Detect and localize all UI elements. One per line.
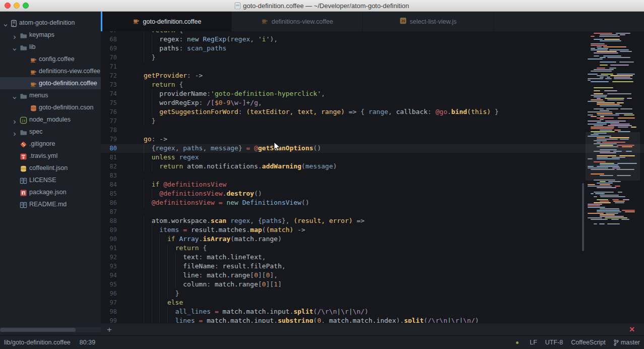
code-line-67[interactable]: 67 return {: [101, 31, 644, 35]
code-line-71[interactable]: 71: [101, 62, 644, 71]
line-number[interactable]: 75: [101, 98, 117, 107]
line-number[interactable]: 73: [101, 80, 117, 89]
chevron-down-icon[interactable]: [12, 92, 18, 98]
code-line-77[interactable]: 77 }: [101, 117, 644, 126]
line-number[interactable]: 94: [101, 271, 117, 280]
line-number[interactable]: 95: [101, 280, 117, 289]
line-number[interactable]: 70: [101, 53, 117, 62]
code-line-79[interactable]: 79go: ->: [101, 135, 644, 144]
line-number[interactable]: 82: [101, 162, 117, 171]
tree-item-license[interactable]: LICENSE: [0, 174, 101, 186]
code-line-74[interactable]: 74 providerName:'goto-definition-hypercl…: [101, 89, 644, 98]
chevron-right-icon[interactable]: [12, 32, 18, 38]
tab-definitions-view-coffee[interactable]: definitions-view.coffee: [232, 12, 363, 31]
code-line-85[interactable]: 85 @definitionsView.destroy(): [101, 189, 644, 198]
code-line-72[interactable]: 72getProvider: ->: [101, 71, 644, 80]
line-number[interactable]: 80: [101, 144, 117, 153]
line-number[interactable]: 71: [101, 62, 117, 71]
tab-select-list-view-js[interactable]: JSselect-list-view.js: [363, 12, 494, 31]
line-number[interactable]: 98: [101, 307, 117, 316]
line-number[interactable]: 72: [101, 71, 117, 80]
tree-item-node-modules[interactable]: jsnode_modules: [0, 113, 101, 126]
tree-item-coffeelint-json[interactable]: coffeelint.json: [0, 162, 101, 174]
line-number[interactable]: 89: [101, 225, 117, 235]
code-line-82[interactable]: 82 return atom.notifications.addWarning(…: [101, 162, 644, 171]
line-number[interactable]: 84: [101, 180, 117, 189]
code-line-98[interactable]: 98 all_lines = match.match.input.split(/…: [101, 307, 644, 316]
code-line-70[interactable]: 70 }: [101, 53, 644, 62]
code-line-97[interactable]: 97 else: [101, 298, 644, 307]
tree-item-package-json[interactable]: package.json: [0, 186, 101, 198]
line-number[interactable]: 68: [101, 35, 117, 44]
line-number[interactable]: 99: [101, 316, 117, 323]
code-line-90[interactable]: 90 if Array.isArray(match.range): [101, 235, 644, 244]
line-number[interactable]: 69: [101, 44, 117, 53]
line-number[interactable]: 88: [101, 216, 117, 225]
line-number[interactable]: 78: [101, 126, 117, 135]
line-number[interactable]: 90: [101, 235, 117, 244]
tab-goto-definition-coffee[interactable]: goto-definition.coffee: [101, 12, 232, 31]
code-line-84[interactable]: 84 if @definitionsView: [101, 180, 644, 189]
tree-item-config-coffee[interactable]: config.coffee: [0, 53, 101, 65]
line-number[interactable]: 81: [101, 153, 117, 162]
close-icon[interactable]: ✕: [629, 325, 635, 334]
code-line-94[interactable]: 94 line: match.range[0][0],: [101, 271, 644, 280]
code-line-83[interactable]: 83: [101, 171, 644, 180]
encoding-selector[interactable]: UTF-8: [545, 339, 563, 346]
line-number[interactable]: 86: [101, 198, 117, 207]
line-number[interactable]: 97: [101, 298, 117, 307]
code-line-86[interactable]: 86 @definitionsView = new DefinitionsVie…: [101, 198, 644, 207]
tree-item-readme-md[interactable]: README.md: [0, 198, 101, 210]
code-line-87[interactable]: 87: [101, 207, 644, 216]
tree-item-lib[interactable]: lib: [0, 41, 101, 53]
line-number[interactable]: 92: [101, 253, 117, 262]
line-number[interactable]: 79: [101, 135, 117, 144]
tree-item-atom-goto-definition[interactable]: atom-goto-definition: [0, 17, 101, 29]
minimap[interactable]: [586, 31, 640, 323]
tree-item-menus[interactable]: menus: [0, 89, 101, 101]
line-ending-selector[interactable]: LF: [530, 339, 537, 346]
line-number[interactable]: 83: [101, 171, 117, 180]
line-number[interactable]: 87: [101, 207, 117, 216]
tree-item--travis-yml[interactable]: .travis.yml: [0, 150, 101, 162]
tree-horizontal-scrollbar[interactable]: [0, 327, 101, 332]
tree-item-keymaps[interactable]: keymaps: [0, 29, 101, 41]
line-number[interactable]: 76: [101, 107, 117, 117]
code-line-89[interactable]: 89 items = result.matches.map((match) ->: [101, 225, 644, 235]
code-line-81[interactable]: 81 unless regex: [101, 153, 644, 162]
line-number[interactable]: 85: [101, 189, 117, 198]
line-number[interactable]: 74: [101, 89, 117, 98]
code-line-75[interactable]: 75 wordRegExp: /[$0-9\w-]+/g,: [101, 98, 644, 107]
code-line-68[interactable]: 68 regex: new RegExp(regex, 'i'),: [101, 35, 644, 44]
chevron-right-icon[interactable]: [12, 117, 18, 123]
chevron-down-icon[interactable]: [3, 20, 9, 26]
editor-vertical-scrollbar[interactable]: [582, 183, 584, 251]
cursor-position[interactable]: 80:39: [80, 339, 95, 346]
git-branch[interactable]: master: [614, 339, 640, 346]
line-number[interactable]: 96: [101, 289, 117, 298]
tree-item--gitignore[interactable]: .gitignore: [0, 138, 101, 150]
tree-item-goto-definition-cson[interactable]: goto-definition.cson: [0, 101, 101, 113]
tree-item-goto-definition-coffee[interactable]: goto-definition.coffee: [0, 77, 101, 89]
grammar-selector[interactable]: CoffeeScript: [571, 339, 606, 346]
code-line-78[interactable]: 78: [101, 126, 644, 135]
tree-item-definitions-view-coffee[interactable]: definitions-view.coffee: [0, 65, 101, 77]
line-number[interactable]: 93: [101, 262, 117, 271]
code-line-73[interactable]: 73 return {: [101, 80, 644, 89]
code-line-93[interactable]: 93 fileName: result.filePath,: [101, 262, 644, 271]
code-line-91[interactable]: 91 return {: [101, 244, 644, 253]
code-line-99[interactable]: 99 lines = match.match.input.substring(0…: [101, 316, 644, 323]
line-number[interactable]: 77: [101, 117, 117, 126]
plus-icon[interactable]: +: [107, 324, 112, 335]
code-line-80[interactable]: 80 {regex, paths, message} = @getScanOpt…: [101, 144, 644, 153]
chevron-right-icon[interactable]: [12, 129, 18, 135]
line-number[interactable]: 67: [101, 31, 117, 35]
line-number[interactable]: 91: [101, 244, 117, 253]
text-editor[interactable]: 67 return {68 regex: new RegExp(regex, '…: [101, 31, 644, 323]
code-line-95[interactable]: 95 column: match.range[0][1]: [101, 280, 644, 289]
tree-scrollbar-handle[interactable]: [0, 328, 76, 332]
code-line-69[interactable]: 69 paths: scan_paths: [101, 44, 644, 53]
code-line-88[interactable]: 88 atom.workspace.scan regex, {paths}, (…: [101, 216, 644, 225]
code-line-96[interactable]: 96 }: [101, 289, 644, 298]
tree-item-spec[interactable]: spec: [0, 126, 101, 138]
